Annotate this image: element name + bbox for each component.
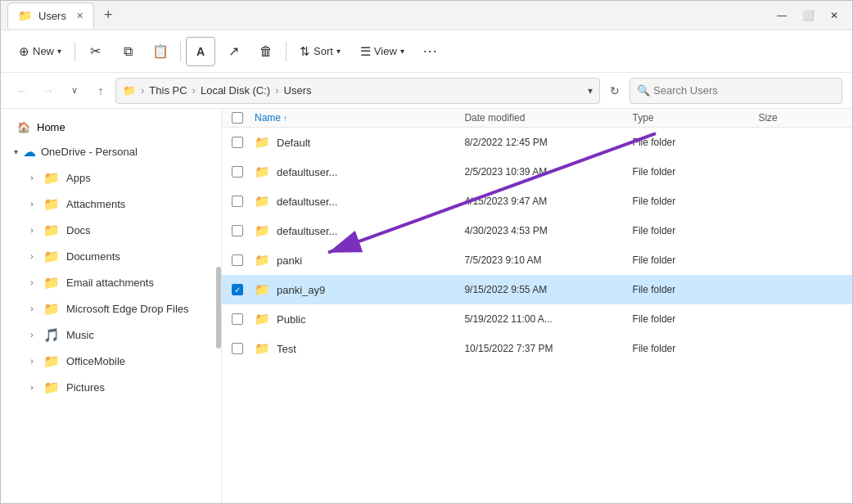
col-header-name[interactable]: Name ↑ xyxy=(255,112,464,124)
file-pane: Name ↑ Date modified Type Size 📁 Default… xyxy=(222,109,852,503)
onedrive-icon: ☁ xyxy=(23,144,36,160)
row-name-cell: 📁 panki xyxy=(255,253,464,268)
address-dropdown-button[interactable]: ▾ xyxy=(588,85,593,97)
address-sep-2: › xyxy=(192,84,196,97)
header-checkbox-cell xyxy=(232,112,255,124)
rename-button[interactable]: A xyxy=(186,37,215,66)
sidebar-item-label: OfficeMobile xyxy=(66,355,125,367)
tab-folder-icon: 📁 xyxy=(18,9,32,22)
more-button[interactable]: ··· xyxy=(416,37,445,66)
search-box[interactable]: 🔍 xyxy=(630,78,842,104)
col-header-date[interactable]: Date modified xyxy=(464,112,632,124)
minimize-button[interactable]: — xyxy=(770,4,793,27)
row-name: defaultuser... xyxy=(277,166,337,178)
home-icon: 🏠 xyxy=(17,121,30,133)
row-name-cell: 📁 Default xyxy=(255,135,464,150)
row-name: panki_ay9 xyxy=(277,284,325,296)
row-checkbox[interactable] xyxy=(232,196,243,207)
paste-button[interactable]: 📋 xyxy=(146,37,175,66)
maximize-button[interactable]: ⬜ xyxy=(797,4,819,27)
folder-icon: 📁 xyxy=(43,275,60,290)
delete-button[interactable]: 🗑 xyxy=(251,37,281,66)
sidebar-item-apps[interactable]: › 📁 Apps xyxy=(4,165,218,191)
chevron-icon: › xyxy=(27,226,37,235)
table-row[interactable]: 📁 Test 10/15/2022 7:37 PM File folder xyxy=(222,334,852,363)
row-checkbox[interactable] xyxy=(232,225,243,236)
select-all-checkbox[interactable] xyxy=(232,112,243,124)
col-header-type[interactable]: Type xyxy=(633,112,759,124)
row-checkbox[interactable] xyxy=(232,343,243,354)
sidebar-item-attachments[interactable]: › 📁 Attachments xyxy=(4,191,218,217)
address-this-pc[interactable]: This PC xyxy=(149,84,187,97)
search-input[interactable] xyxy=(653,84,835,97)
sidebar-item-label: Music xyxy=(66,329,94,341)
new-button[interactable]: ⊕ New ▾ xyxy=(11,37,70,66)
chevron-icon: › xyxy=(27,304,37,313)
folder-icon: 📁 xyxy=(43,223,60,238)
row-checkbox-cell xyxy=(232,196,255,207)
toolbar-separator-1 xyxy=(74,42,75,61)
sidebar-item-music[interactable]: › 🎵 Music xyxy=(4,322,218,348)
sidebar-item-documents[interactable]: › 📁 Documents xyxy=(4,244,218,269)
table-row[interactable]: 📁 panki_ay9 9/15/2022 9:55 AM File folde… xyxy=(222,275,852,304)
table-row[interactable]: 📁 Public 5/19/2022 11:00 A... File folde… xyxy=(222,304,852,334)
chevron-icon: › xyxy=(27,200,37,209)
folder-icon: 📁 xyxy=(43,301,60,317)
folder-icon: 📁 xyxy=(43,196,60,212)
sidebar-item-docs[interactable]: › 📁 Docs xyxy=(4,218,218,243)
view-button[interactable]: ☰ View ▾ xyxy=(352,37,413,66)
sidebar-item-onedrive[interactable]: ▾ ☁ OneDrive - Personal xyxy=(4,139,218,164)
up-button[interactable]: ↑ xyxy=(89,79,112,102)
sidebar-item-pictures[interactable]: › 📁 Pictures xyxy=(4,375,218,400)
table-row[interactable]: 📁 defaultuser... 4/15/2023 9:47 AM File … xyxy=(222,187,852,216)
chevron-icon: › xyxy=(27,173,37,182)
tab-title: Users xyxy=(38,10,66,22)
back-button[interactable]: ← xyxy=(11,79,34,102)
sidebar-item-home[interactable]: 🏠 Home xyxy=(4,116,218,138)
sidebar-item-email-attachments[interactable]: › 📁 Email attachments xyxy=(4,270,218,295)
row-checkbox[interactable] xyxy=(232,254,243,266)
row-checkbox[interactable] xyxy=(232,166,243,178)
chevron-icon: › xyxy=(27,331,37,340)
row-type: File folder xyxy=(633,313,759,325)
col-header-size[interactable]: Size xyxy=(758,112,842,124)
row-checkbox-cell xyxy=(232,137,255,148)
cut-button[interactable]: ✂ xyxy=(80,37,110,66)
table-row[interactable]: 📁 defaultuser... 2/5/2023 10:39 AM File … xyxy=(222,157,852,187)
address-users[interactable]: Users xyxy=(284,84,312,97)
row-date: 9/15/2022 9:55 AM xyxy=(464,284,632,295)
sidebar-item-microsoft-edge-drop-files[interactable]: › 📁 Microsoft Edge Drop Files xyxy=(4,296,218,322)
new-label: New xyxy=(33,45,54,57)
window: 📁 Users ✕ + — ⬜ ✕ ⊕ New ▾ ✂ ⧉ 📋 A ↗ 🗑 ⇅ … xyxy=(0,0,853,504)
row-checkbox[interactable] xyxy=(232,137,243,148)
row-checkbox-cell xyxy=(232,343,255,354)
address-bar[interactable]: 📁 › This PC › Local Disk (C:) › Users ▾ xyxy=(115,78,600,104)
new-tab-button[interactable]: + xyxy=(99,5,118,25)
row-name-cell: 📁 defaultuser... xyxy=(255,194,464,209)
sort-button[interactable]: ⇅ Sort ▾ xyxy=(291,37,349,66)
row-checkbox-cell xyxy=(232,313,255,325)
file-pane-wrapper: Name ↑ Date modified Type Size 📁 Default… xyxy=(222,109,852,503)
close-button[interactable]: ✕ xyxy=(823,4,846,27)
row-folder-icon: 📁 xyxy=(255,282,270,297)
recent-locations-button[interactable]: ∨ xyxy=(63,79,86,102)
tab-close-button[interactable]: ✕ xyxy=(76,11,83,21)
refresh-button[interactable]: ↻ xyxy=(603,79,626,102)
row-date: 2/5/2023 10:39 AM xyxy=(464,166,632,178)
table-row[interactable]: 📁 panki 7/5/2023 9:10 AM File folder xyxy=(222,245,852,275)
sidebar-scrollbar-thumb[interactable] xyxy=(216,267,221,349)
tab-users[interactable]: 📁 Users ✕ xyxy=(7,2,94,29)
copy-button[interactable]: ⧉ xyxy=(113,37,142,66)
row-checkbox[interactable] xyxy=(232,284,243,295)
sidebar-item-officemobile[interactable]: › 📁 OfficeMobile xyxy=(4,349,218,374)
table-row[interactable]: 📁 defaultuser... 4/30/2023 4:53 PM File … xyxy=(222,216,852,245)
table-row[interactable]: 📁 Default 8/2/2022 12:45 PM File folder xyxy=(222,128,852,157)
sort-arrow-icon: ↑ xyxy=(283,114,287,123)
view-chevron-icon: ▾ xyxy=(400,47,404,56)
share-button[interactable]: ↗ xyxy=(219,37,248,66)
row-folder-icon: 📁 xyxy=(255,223,270,238)
forward-button[interactable]: → xyxy=(37,79,60,102)
row-name: Test xyxy=(277,343,296,355)
address-local-disk[interactable]: Local Disk (C:) xyxy=(201,84,270,97)
row-checkbox[interactable] xyxy=(232,313,243,325)
